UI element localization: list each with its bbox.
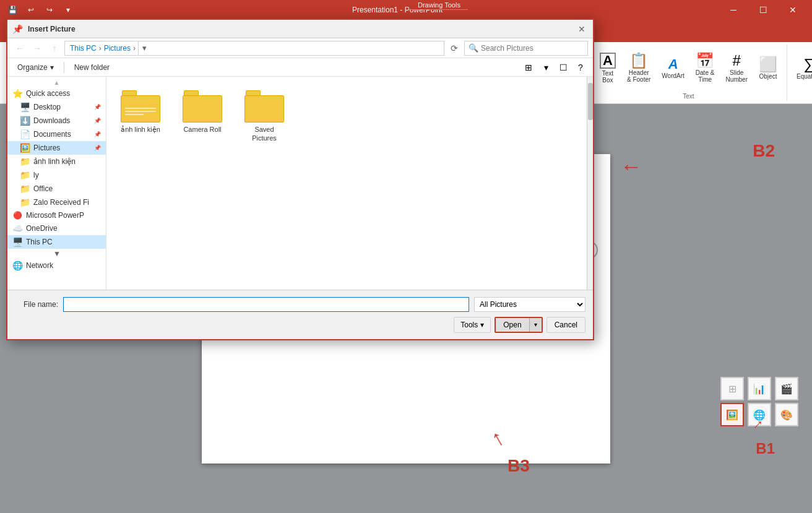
ribbon-btn-slide-number[interactable]: # SlideNumber <box>721 50 752 86</box>
sidebar-item-quick-access[interactable]: ⭐ Quick access <box>7 87 106 100</box>
save-qat-btn[interactable]: 💾 <box>5 2 20 17</box>
forward-btn[interactable]: → <box>30 41 45 56</box>
sidebar-item-pictures[interactable]: 🖼️ Pictures 📌 <box>7 141 106 155</box>
tools-btn[interactable]: Tools ▾ <box>454 317 491 333</box>
folder-item-camera-roll[interactable]: Camera Roll <box>175 83 230 149</box>
path-this-pc[interactable]: This PC <box>70 44 97 53</box>
downloads-icon: ⬇️ <box>20 116 30 126</box>
search-box: 🔍 <box>464 41 588 56</box>
path-dropdown-btn[interactable]: ▾ <box>138 41 150 56</box>
file-content: ảnh linh kiện Camera Roll <box>106 77 587 290</box>
sidebar-item-office[interactable]: 📁 Office <box>7 182 106 196</box>
maximize-btn[interactable]: ☐ <box>749 0 777 20</box>
new-folder-btn[interactable]: New folder <box>69 62 114 73</box>
minimize-btn[interactable]: ─ <box>719 0 748 20</box>
sidebar-item-downloads[interactable]: ⬇️ Downloads 📌 <box>7 114 106 127</box>
documents-pin: 📌 <box>94 131 101 137</box>
downloads-pin: 📌 <box>94 118 101 124</box>
search-icon: 🔍 <box>469 43 478 53</box>
close-btn[interactable]: ✕ <box>779 0 807 20</box>
organize-label: Organize <box>17 63 48 72</box>
dialog-footer: File name: All Pictures Tools ▾ Open ▾ C… <box>7 290 593 339</box>
refresh-btn[interactable]: ⟳ <box>447 41 462 56</box>
back-btn[interactable]: ← <box>12 41 27 56</box>
ribbon-btn-equation[interactable]: ∑ Equation <box>792 54 812 83</box>
view-btn-dropdown[interactable]: ▾ <box>538 60 553 75</box>
sidebar-item-network[interactable]: 🌐 Network <box>7 259 106 272</box>
drawing-tools-label: Drawing Tools <box>410 0 468 10</box>
sidebar-item-ly[interactable]: 📁 ly <box>7 168 106 182</box>
this-pc-icon: 🖥️ <box>12 237 22 247</box>
ribbon-btn-date-time[interactable]: 📅 Date &Time <box>691 50 719 86</box>
up-btn[interactable]: ↑ <box>47 41 62 56</box>
dialog-close-btn[interactable]: ✕ <box>576 23 588 35</box>
right-annotation-panel: B2 ← ⊞ 📊 🎬 🖼️ 🌐 🎨 B1 ↑ <box>614 104 812 513</box>
footer-buttons: Tools ▾ Open ▾ Cancel <box>454 317 585 333</box>
onedrive-icon: ☁️ <box>12 223 22 233</box>
view-btn-detail[interactable]: ☐ <box>556 60 571 75</box>
scroll-down-indicator[interactable]: ▼ <box>7 249 106 259</box>
filetype-select[interactable]: All Pictures <box>474 297 585 312</box>
view-btn-grid[interactable]: ⊞ <box>521 60 536 75</box>
folder-name-anh-linh-kien: ảnh linh kiện <box>121 125 160 134</box>
folder-item-saved-pictures[interactable]: Saved Pictures <box>236 83 292 149</box>
customize-qat-btn[interactable]: ▾ <box>61 2 76 17</box>
sidebar: ▲ ⭐ Quick access 🖥️ Desktop 📌 ⬇️ Downloa… <box>7 77 106 290</box>
ribbon-btn-wordart[interactable]: A WordArt <box>657 54 689 82</box>
sidebar-item-onedrive[interactable]: ☁️ OneDrive <box>7 222 106 235</box>
sidebar-item-this-pc[interactable]: 🖥️ This PC <box>7 235 106 249</box>
redo-qat-btn[interactable]: ↪ <box>42 2 57 17</box>
powerpoint-icon: 🔴 <box>12 211 22 220</box>
ph-media-icon: 🎬 <box>775 377 798 400</box>
search-input[interactable] <box>481 44 584 53</box>
filename-label: File name: <box>15 300 58 309</box>
title-bar: 💾 ↩ ↪ ▾ Drawing Tools Presentation1 - Po… <box>0 0 812 20</box>
undo-qat-btn[interactable]: ↩ <box>24 2 38 17</box>
toolbar-separator <box>64 62 64 73</box>
folder-icon-camera-roll <box>183 89 222 123</box>
ribbon-group-symbols: ∑ Equation Ω Symbol Symbols <box>787 45 812 101</box>
desktop-icon: 🖥️ <box>20 102 30 112</box>
insert-picture-dialog: 📌 Insert Picture ✕ ← → ↑ This PC › Pictu… <box>6 19 594 340</box>
office-label: Office <box>33 184 53 193</box>
folder-item-anh-linh-kien[interactable]: ảnh linh kiện <box>113 83 168 149</box>
title-bar-title: Presentation1 - PowerPoint <box>76 6 719 14</box>
sidebar-item-desktop[interactable]: 🖥️ Desktop 📌 <box>7 100 106 114</box>
ph-picture-icon[interactable]: 🖼️ <box>720 403 744 426</box>
sidebar-item-documents[interactable]: 📄 Documents 📌 <box>7 127 106 141</box>
sidebar-item-zalo[interactable]: 📁 Zalo Received Fi <box>7 196 106 209</box>
annotation-b1-area: B1 <box>756 440 775 457</box>
path-pictures[interactable]: Pictures <box>104 44 131 53</box>
ribbon-btn-object[interactable]: ⬜ Object <box>754 54 782 83</box>
annotation-b2-arrow: ← <box>620 153 642 179</box>
title-bar-left: 💾 ↩ ↪ ▾ <box>5 2 76 17</box>
help-btn[interactable]: ? <box>573 60 588 75</box>
sidebar-item-ms-powerpoint[interactable]: 🔴 Microsoft PowerP <box>7 209 106 222</box>
ly-icon: 📁 <box>20 170 30 180</box>
scroll-up-indicator: ▲ <box>7 79 106 87</box>
open-dropdown-btn[interactable]: ▾ <box>529 318 542 332</box>
documents-icon: 📄 <box>20 129 30 139</box>
cancel-btn[interactable]: Cancel <box>546 317 585 333</box>
content-area: ảnh linh kiện Camera Roll <box>106 77 593 290</box>
tools-label: Tools <box>460 321 478 329</box>
office-icon: 📁 <box>20 184 30 194</box>
ph-table-icon: ⊞ <box>720 377 744 400</box>
sidebar-item-anh-linh-kien[interactable]: 📁 ảnh linh kiện <box>7 155 106 168</box>
ribbon-btn-textbox[interactable]: A TextBox <box>595 50 620 87</box>
annotation-b2-label: B2 <box>753 141 775 161</box>
folder-grid: ảnh linh kiện Camera Roll <box>113 83 581 149</box>
filename-input[interactable] <box>63 297 469 312</box>
dialog-title-bar: 📌 Insert Picture ✕ <box>7 20 593 38</box>
desktop-label: Desktop <box>33 103 61 111</box>
annotation-b3-label: B3 <box>508 456 530 476</box>
organize-btn[interactable]: Organize ▾ <box>12 62 59 73</box>
open-main-btn[interactable]: Open <box>496 318 529 332</box>
equation-icon: ∑ <box>803 57 812 72</box>
ribbon-btn-header-footer[interactable]: 📋 Header& Footer <box>623 50 655 86</box>
downloads-label: Downloads <box>33 116 70 125</box>
vertical-scrollbar[interactable] <box>587 77 593 290</box>
quick-access-label: Quick access <box>26 89 70 98</box>
pictures-sidebar-icon: 🖼️ <box>20 143 30 153</box>
zalo-icon: 📁 <box>20 197 30 207</box>
